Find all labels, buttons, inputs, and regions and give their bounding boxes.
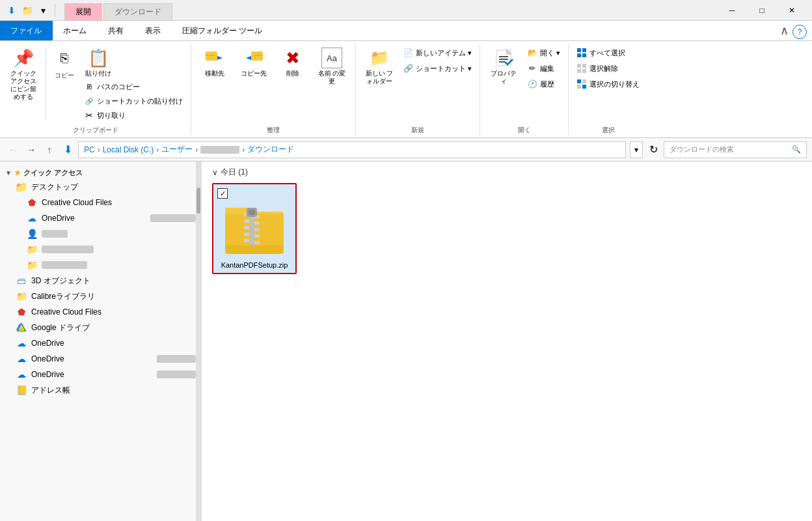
sidebar-item-user[interactable]: 👤: [0, 226, 201, 242]
clipboard-group-content: 📌 クイック アクセス にピン留めする ⎘ コピー 📋: [5, 44, 185, 124]
delete-icon: ✖: [282, 48, 303, 68]
forward-button[interactable]: →: [23, 142, 39, 158]
tab-expand[interactable]: 展開: [64, 3, 102, 20]
move-button[interactable]: 移動先: [196, 46, 233, 79]
sidebar-item-onedrive3[interactable]: ☁ OneDrive: [0, 351, 201, 367]
svg-rect-41: [254, 241, 260, 244]
copy-to-label: コピー先: [241, 70, 267, 77]
gdrive-label: Google ドライブ: [31, 322, 196, 333]
svg-rect-38: [254, 221, 260, 225]
ribbon-tab-share[interactable]: 共有: [98, 21, 135, 40]
breadcrumb-c[interactable]: Local Disk (C:): [103, 145, 154, 154]
pasteshortcut-button[interactable]: 🔗 ショートカットの貼り付け: [81, 94, 185, 107]
sidebar-item-3d[interactable]: 🗃 3D オブジェクト: [0, 273, 201, 289]
breadcrumb-dropdown[interactable]: ▾: [630, 141, 643, 158]
help-button[interactable]: ?: [792, 25, 807, 39]
tab-download[interactable]: ダウンロード: [103, 3, 172, 20]
copy-button[interactable]: ⎘: [50, 46, 79, 70]
rename-label: 名前 の変更: [316, 70, 347, 85]
separator: ›: [195, 145, 198, 154]
breadcrumb-pc[interactable]: PC: [84, 145, 95, 154]
new-item-label: 新しいアイテム ▾: [416, 48, 472, 58]
sidebar-item-desktop[interactable]: 📁 デスクトップ: [0, 179, 201, 195]
invert-selection-button[interactable]: 選択の切り替え: [574, 77, 642, 91]
window-controls: ─ □ ✕: [717, 0, 807, 21]
pin-icon: 📌: [13, 48, 34, 68]
move-icon: [204, 48, 225, 68]
new-item-button[interactable]: 📄 新しいアイテム ▾: [400, 46, 474, 59]
select-group-content: すべて選択 選択解除: [574, 44, 642, 124]
delete-button[interactable]: ✖ 削除: [275, 46, 311, 79]
deselect-icon: [576, 63, 587, 74]
pin-quick-access-button[interactable]: 📌 クイック アクセス にピン留めする: [5, 46, 42, 102]
open-subgroup: 📂 開く ▾ ✏ 編集 🕐 履歴: [524, 46, 563, 91]
ribbon-tab-file[interactable]: ファイル: [0, 21, 53, 40]
pasteshortcut-icon: 🔗: [84, 96, 94, 106]
back-arrow-icon[interactable]: ⬇: [5, 4, 18, 17]
history-button[interactable]: 🕐 履歴: [524, 77, 563, 91]
restore-button[interactable]: □: [747, 0, 777, 21]
sidebar-item-cc2[interactable]: ⬟ Creative Cloud Files: [0, 304, 201, 320]
address-bar: ← → ↑ ⬇ PC › Local Disk (C:) › ユーザー › › …: [0, 138, 812, 162]
expand-arrow-icon: ▼: [5, 169, 12, 176]
breadcrumb-downloads[interactable]: ダウンロード: [247, 144, 294, 155]
edit-button[interactable]: ✏ 編集: [524, 62, 563, 75]
sidebar-item-onedrive4[interactable]: ☁ OneDrive: [0, 367, 201, 382]
svg-marker-6: [246, 56, 251, 60]
rename-button[interactable]: Aa 名前 の変更: [314, 46, 350, 87]
cut-button[interactable]: ✂ 切り取り: [81, 109, 185, 122]
svg-rect-15: [582, 53, 586, 57]
invert-icon: [576, 79, 587, 89]
ribbon-tab-home[interactable]: ホーム: [53, 21, 98, 40]
new-folder-icon: 📁: [369, 48, 390, 68]
new-folder-button[interactable]: 📁 新しい フォルダー: [361, 46, 398, 87]
ribbon-tab-view[interactable]: 表示: [135, 21, 172, 40]
pathcopy-button[interactable]: 🖹 パスのコピー: [81, 80, 185, 93]
select-all-button[interactable]: すべて選択: [574, 46, 642, 59]
deselect-button[interactable]: 選択解除: [574, 62, 642, 75]
sidebar-item-address[interactable]: 📒 アドレス帳: [0, 382, 201, 398]
breadcrumb-users[interactable]: ユーザー: [161, 144, 193, 155]
properties-button[interactable]: プロパティ: [485, 46, 522, 87]
breadcrumb-username[interactable]: [200, 146, 239, 154]
sidebar-item-gdrive[interactable]: Google ドライブ: [0, 320, 201, 335]
divider: [46, 49, 46, 119]
copy-to-button[interactable]: コピー先: [236, 46, 272, 79]
ribbon-group-organize: 移動先 コピー先 ✖ 削除: [191, 44, 356, 135]
up-button[interactable]: ↑: [42, 142, 57, 158]
title-bar: ⬇ 📁 ▾ 展開 ダウンロード ─ □ ✕: [0, 0, 812, 21]
ribbon-tab-zip-tools[interactable]: 圧縮フォルダー ツール: [172, 21, 273, 40]
refresh-button[interactable]: ↻: [645, 142, 661, 158]
open-button[interactable]: 📂 開く ▾: [524, 46, 563, 59]
minimize-button[interactable]: ─: [717, 0, 747, 21]
select-all-label: すべて選択: [589, 48, 625, 58]
sidebar-item-onedrive1[interactable]: ☁ OneDrive: [0, 210, 201, 226]
svg-rect-12: [577, 48, 581, 52]
sidebar-item-cc1[interactable]: ⬟ Creative Cloud Files: [0, 195, 201, 210]
sidebar-scrollbar[interactable]: [196, 162, 201, 521]
dropdown-icon[interactable]: ▾: [36, 4, 49, 17]
sidebar-item-onedrive2[interactable]: ☁ OneDrive: [0, 335, 201, 351]
file-checkbox[interactable]: ✓: [217, 188, 228, 199]
quick-access-header[interactable]: ▼ ★ クイック アクセス: [0, 164, 201, 179]
onedrive-label-4: OneDrive: [31, 370, 150, 379]
sidebar-item-folder2[interactable]: 📁: [0, 257, 201, 273]
close-button[interactable]: ✕: [777, 0, 807, 21]
onedrive-icon-4: ☁: [16, 369, 27, 380]
shortcut-button[interactable]: 🔗 ショートカット ▾: [400, 62, 474, 75]
ribbon-collapse-icon[interactable]: ∧: [780, 23, 789, 38]
cut-icon: ✂: [84, 110, 94, 120]
back-button[interactable]: ←: [5, 142, 21, 158]
new-subgroup: 📄 新しいアイテム ▾ 🔗 ショートカット ▾: [400, 46, 474, 75]
search-box[interactable]: ダウンロードの検索 🔍: [664, 141, 807, 158]
sidebar-item-folder1[interactable]: 📁: [0, 242, 201, 257]
paste-button[interactable]: 📋 貼り付け: [81, 46, 115, 79]
move-label: 移動先: [205, 70, 224, 77]
sidebar-item-calibre[interactable]: 📁 Calibreライブラリ: [0, 289, 201, 304]
blurred-od3: [157, 355, 196, 363]
file-item-zip[interactable]: ✓: [212, 183, 297, 274]
scrollbar-thumb[interactable]: [196, 188, 200, 214]
today-section-header[interactable]: ∨ 今日 (1): [212, 167, 802, 178]
address-book-icon: 📒: [16, 384, 27, 396]
breadcrumb[interactable]: PC › Local Disk (C:) › ユーザー › › ダウンロード: [78, 141, 626, 158]
